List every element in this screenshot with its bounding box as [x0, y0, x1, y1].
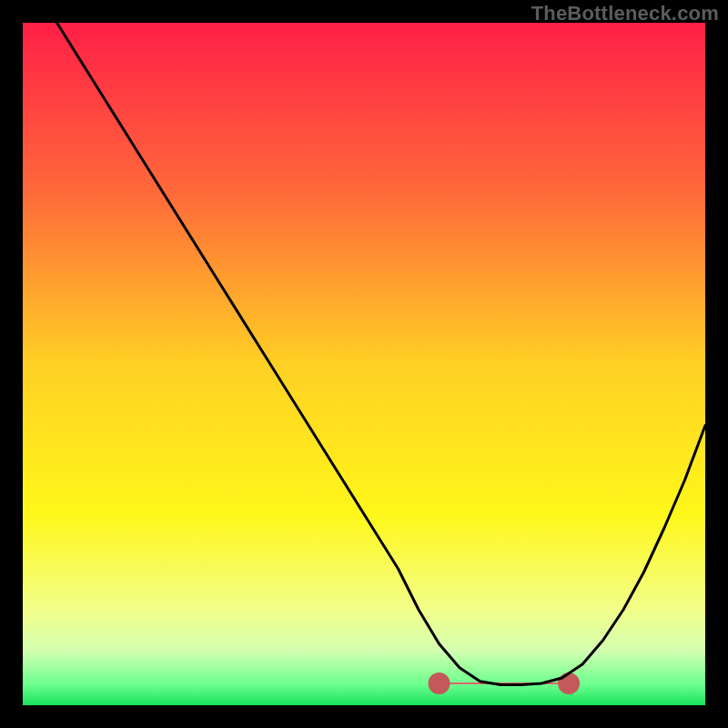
watermark-text: TheBottleneck.com — [531, 2, 719, 25]
gradient-background — [23, 23, 705, 705]
optimal-band-start-dot — [429, 672, 450, 694]
chart-svg — [23, 23, 705, 705]
optimal-band-end-dot — [558, 672, 580, 694]
chart-container — [23, 23, 705, 705]
